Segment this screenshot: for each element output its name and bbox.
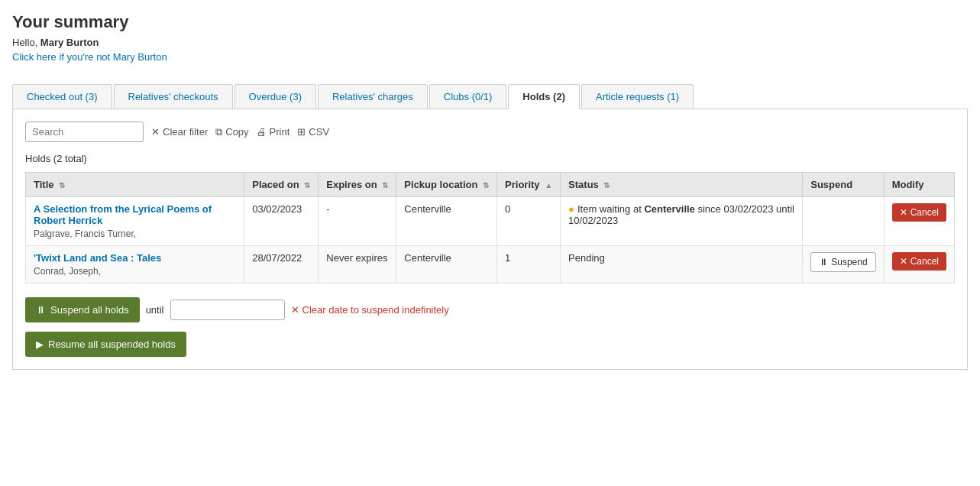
cell-expires-on-1: Never expires: [319, 246, 396, 284]
col-priority: Priority ▲: [497, 173, 561, 197]
cell-suspend-0: [803, 197, 884, 246]
copy-icon: ⧉: [215, 126, 222, 138]
clear-filter-button[interactable]: ✕ Clear filter: [151, 126, 208, 138]
author-1: Conrad, Joseph,: [34, 266, 236, 277]
resume-all-row: ▶ Resume all suspended holds: [25, 332, 955, 357]
not-user-link[interactable]: Click here if you're not Mary Burton: [12, 51, 167, 63]
page-title: Your summary: [12, 12, 968, 32]
title-link-0[interactable]: A Selection from the Lyrical Poems of Ro…: [34, 203, 212, 226]
tabs-container: Checked out (3)Relatives' checkoutsOverd…: [12, 84, 968, 109]
resume-all-icon: ▶: [36, 339, 44, 350]
suspend-date-input[interactable]: [170, 300, 285, 320]
cell-placed-on-0: 03/02/2023: [244, 197, 319, 246]
cell-status-1: Pending: [561, 246, 803, 284]
title-link-1[interactable]: 'Twixt Land and Sea : Tales: [34, 252, 161, 264]
sort-priority-icon: ▲: [545, 181, 552, 190]
cell-status-0: ●Item waiting at Centerville since 03/02…: [561, 197, 803, 246]
clear-date-link[interactable]: ✕ Clear date to suspend indefinitely: [291, 304, 449, 316]
author-0: Palgrave, Francis Turner,: [34, 228, 236, 239]
holds-total: Holds (2 total): [25, 153, 955, 164]
tab-holds[interactable]: Holds (2): [508, 84, 580, 109]
clear-filter-icon: ✕: [151, 126, 160, 138]
cancel-icon: ✕: [900, 256, 907, 267]
holds-table: Title ⇅ Placed on ⇅ Expires on ⇅ Pickup …: [25, 172, 955, 284]
cell-title-1: 'Twixt Land and Sea : TalesConrad, Josep…: [26, 246, 244, 284]
greeting-text: Hello,: [12, 37, 40, 48]
table-header: Title ⇅ Placed on ⇅ Expires on ⇅ Pickup …: [26, 173, 955, 197]
clear-date-icon: ✕: [291, 304, 299, 316]
csv-icon: ⊞: [297, 126, 306, 138]
col-expires-on: Expires on ⇅: [319, 173, 396, 197]
col-placed-on: Placed on ⇅: [244, 173, 319, 197]
print-label: Print: [270, 126, 290, 138]
cell-expires-on-0: -: [319, 197, 396, 246]
suspend-all-label: Suspend all holds: [50, 304, 129, 316]
csv-button[interactable]: ⊞ CSV: [297, 126, 329, 138]
suspend-icon: ⏸: [819, 257, 828, 267]
user-name: Mary Burton: [40, 37, 99, 48]
cell-placed-on-1: 28/07/2022: [244, 246, 319, 284]
content-area: ✕ Clear filter ⧉ Copy 🖨 Print ⊞ CSV Hold…: [12, 109, 968, 370]
suspend-all-button[interactable]: ⏸ Suspend all holds: [25, 297, 140, 322]
tab-overdue[interactable]: Overdue (3): [234, 84, 316, 109]
sort-pickup-icon: ⇅: [483, 181, 489, 190]
cancel-button-0[interactable]: ✕ Cancel: [892, 203, 946, 222]
tab-relatives-charges[interactable]: Relatives' charges: [318, 84, 428, 109]
suspend-all-icon: ⏸: [36, 304, 46, 316]
table-row: 'Twixt Land and Sea : TalesConrad, Josep…: [26, 246, 955, 284]
copy-label: Copy: [225, 126, 248, 138]
cell-pickup-location-1: Centerville: [396, 246, 497, 284]
col-pickup: Pickup location ⇅: [396, 173, 497, 197]
search-input[interactable]: [25, 122, 144, 142]
sort-title-icon: ⇅: [59, 181, 65, 190]
clear-date-label: Clear date to suspend indefinitely: [302, 304, 449, 316]
tab-relatives-checkouts[interactable]: Relatives' checkouts: [114, 84, 233, 109]
toolbar: ✕ Clear filter ⧉ Copy 🖨 Print ⊞ CSV: [25, 122, 955, 142]
tab-clubs[interactable]: Clubs (0/1): [429, 84, 507, 109]
holds-tbody: A Selection from the Lyrical Poems of Ro…: [26, 197, 955, 284]
cell-modify-0: ✕ Cancel: [884, 197, 954, 246]
print-button[interactable]: 🖨 Print: [257, 126, 290, 138]
clear-filter-label: Clear filter: [163, 126, 208, 138]
tab-article-requests[interactable]: Article requests (1): [581, 84, 694, 109]
cell-title-0: A Selection from the Lyrical Poems of Ro…: [26, 197, 244, 246]
copy-button[interactable]: ⧉ Copy: [215, 126, 248, 138]
sort-expires-icon: ⇅: [382, 181, 388, 190]
suspend-all-row: ⏸ Suspend all holds until ✕ Clear date t…: [25, 297, 955, 322]
cancel-icon: ✕: [900, 207, 907, 218]
cell-priority-1: 1: [497, 246, 561, 284]
col-suspend: Suspend: [803, 173, 884, 197]
sort-placed-icon: ⇅: [304, 181, 310, 190]
print-icon: 🖨: [257, 126, 267, 138]
bottom-actions: ⏸ Suspend all holds until ✕ Clear date t…: [25, 297, 955, 357]
tab-checked-out[interactable]: Checked out (3): [12, 84, 112, 109]
cancel-button-1[interactable]: ✕ Cancel: [892, 252, 946, 271]
col-status: Status ⇅: [561, 173, 803, 197]
cell-pickup-location-0: Centerville: [396, 197, 497, 246]
resume-all-label: Resume all suspended holds: [48, 339, 176, 350]
sort-status-icon: ⇅: [603, 181, 610, 190]
col-title: Title ⇅: [26, 173, 244, 197]
table-row: A Selection from the Lyrical Poems of Ro…: [26, 197, 955, 246]
status-icon-0: ●: [568, 203, 574, 215]
cell-modify-1: ✕ Cancel: [884, 246, 954, 284]
cell-priority-0: 0: [497, 197, 561, 246]
col-modify: Modify: [884, 173, 954, 197]
csv-label: CSV: [309, 126, 329, 138]
cell-suspend-1: ⏸ Suspend: [803, 246, 884, 284]
resume-all-button[interactable]: ▶ Resume all suspended holds: [25, 332, 186, 357]
until-label: until: [146, 304, 164, 316]
suspend-button-1[interactable]: ⏸ Suspend: [810, 252, 875, 272]
